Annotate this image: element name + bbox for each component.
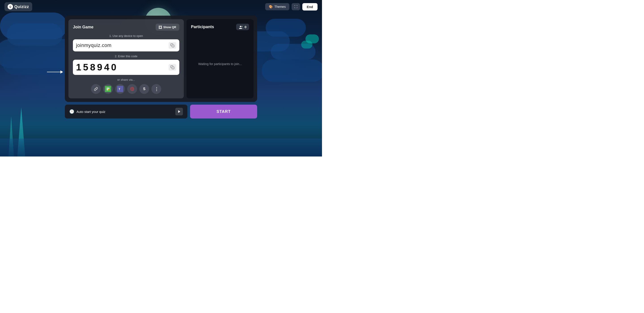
participants-title: Participants	[191, 24, 214, 29]
svg-rect-6	[108, 89, 109, 90]
game-code: 158940	[76, 62, 118, 73]
svg-rect-3	[107, 88, 108, 89]
url-box: joinmyquiz.com	[73, 39, 179, 52]
participants-count: 0	[245, 25, 246, 29]
auto-start-button[interactable]: 🕐 Auto start your quiz	[65, 105, 188, 118]
copy-code-icon	[170, 65, 174, 69]
play-icon	[175, 108, 183, 115]
topbar: Q Quizizz 🎨 Themes ⛶ End	[0, 0, 322, 14]
join-header: Join Game Show QR	[73, 24, 179, 31]
share-skype-button[interactable]: S	[139, 84, 149, 94]
participants-panel: Participants 0 Waiting for participants …	[186, 19, 254, 98]
logo: Q Quizizz	[4, 2, 32, 11]
share-google-classroom-button[interactable]	[103, 84, 113, 94]
participants-count-badge: 0	[236, 24, 249, 30]
arrow-indicator	[47, 70, 63, 74]
join-title: Join Game	[73, 25, 94, 30]
cloud-8	[262, 60, 322, 82]
svg-rect-4	[108, 88, 109, 89]
end-button[interactable]: End	[302, 3, 318, 10]
copy-code-button[interactable]	[168, 64, 176, 71]
auto-start-label: Auto start your quiz	[76, 110, 105, 114]
end-label: End	[307, 5, 313, 9]
skype-icon: S	[143, 87, 146, 91]
participants-header: Participants 0	[191, 24, 249, 30]
share-icons: T S ⋮	[73, 84, 179, 94]
main-content: Join Game Show QR	[65, 16, 257, 118]
bottom-controls: 🕐 Auto start your quiz START	[65, 105, 257, 118]
fullscreen-icon: ⛶	[294, 5, 298, 8]
share-link-button[interactable]	[91, 84, 101, 94]
arrow-line	[47, 72, 60, 72]
cloud-teal-2	[301, 41, 312, 48]
step2-label: 2. Enter this code	[73, 54, 179, 58]
code-box: 158940	[73, 60, 179, 75]
share-label: or share via...	[73, 78, 179, 82]
copy-url-button[interactable]	[168, 42, 176, 49]
show-qr-button[interactable]: Show QR	[156, 24, 179, 31]
clock-icon: 🕐	[69, 109, 74, 114]
svg-rect-5	[107, 89, 108, 90]
arrow-head	[60, 70, 63, 74]
themes-button[interactable]: 🎨 Themes	[265, 3, 289, 10]
teams-icon: T	[117, 86, 123, 92]
game-card: Join Game Show QR	[65, 16, 257, 102]
logo-icon: Q	[8, 4, 13, 10]
share-more-button[interactable]: ⋮	[152, 84, 161, 94]
svg-point-9	[132, 88, 133, 90]
svg-rect-0	[172, 45, 174, 47]
auto-start-left: 🕐 Auto start your quiz	[69, 109, 105, 114]
water-decoration	[0, 138, 322, 156]
share-settings-button[interactable]	[127, 84, 137, 94]
start-label: START	[216, 109, 231, 114]
gear-icon	[130, 87, 134, 91]
topbar-actions: 🎨 Themes ⛶ End	[265, 3, 318, 10]
svg-rect-1	[172, 67, 174, 69]
participants-icon	[239, 25, 243, 29]
qr-icon	[159, 26, 162, 29]
start-button[interactable]: START	[190, 105, 257, 118]
svg-text:T: T	[119, 88, 120, 91]
show-qr-label: Show QR	[163, 26, 176, 29]
waiting-text: Waiting for participants to join...	[198, 62, 242, 66]
fullscreen-button[interactable]: ⛶	[292, 3, 300, 10]
google-classroom-icon	[105, 86, 111, 92]
more-icon: ⋮	[154, 86, 158, 92]
link-icon	[94, 87, 98, 91]
join-panel: Join Game Show QR	[68, 19, 184, 98]
logo-text: Quizizz	[14, 4, 29, 9]
svg-point-10	[240, 26, 241, 27]
participants-body: Waiting for participants to join...	[191, 34, 249, 94]
copy-icon	[170, 43, 174, 48]
themes-label: Themes	[274, 5, 286, 8]
url-text: joinmyquiz.com	[76, 42, 112, 48]
step1-label: 1. Use any device to open	[73, 34, 179, 38]
share-teams-button[interactable]: T	[115, 84, 125, 94]
svg-rect-2	[106, 87, 110, 91]
palette-icon: 🎨	[269, 5, 272, 8]
